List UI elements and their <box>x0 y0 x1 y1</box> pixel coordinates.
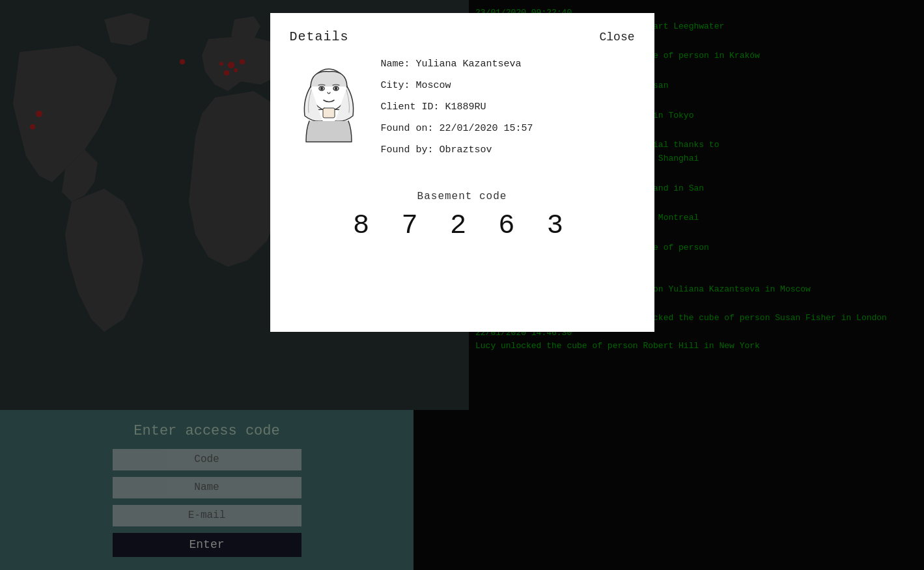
person-city: City: Moscow <box>381 79 635 92</box>
person-found-on: Found on: 22/01/2020 15:57 <box>381 122 635 135</box>
svg-rect-6 <box>323 108 335 118</box>
modal-info: Name: Yuliana Kazantseva City: Moscow Cl… <box>381 57 635 165</box>
basement-label: Basement code <box>290 191 635 202</box>
avatar <box>290 57 368 165</box>
details-modal: Details Close <box>270 13 654 332</box>
person-found-by: Found by: Obraztsov <box>381 143 635 157</box>
modal-body: Name: Yuliana Kazantseva City: Moscow Cl… <box>290 57 635 165</box>
person-client-id: Client ID: K1889RU <box>381 100 635 114</box>
basement-section: Basement code 8 7 2 6 3 <box>290 181 635 241</box>
close-button[interactable]: Close <box>599 31 634 44</box>
modal-header: Details Close <box>290 29 635 44</box>
modal-title: Details <box>290 29 349 44</box>
svg-point-5 <box>335 88 337 90</box>
basement-code: 8 7 2 6 3 <box>290 210 635 241</box>
person-name: Name: Yuliana Kazantseva <box>381 57 635 71</box>
modal-overlay: Details Close <box>0 0 924 570</box>
svg-point-3 <box>320 88 322 90</box>
